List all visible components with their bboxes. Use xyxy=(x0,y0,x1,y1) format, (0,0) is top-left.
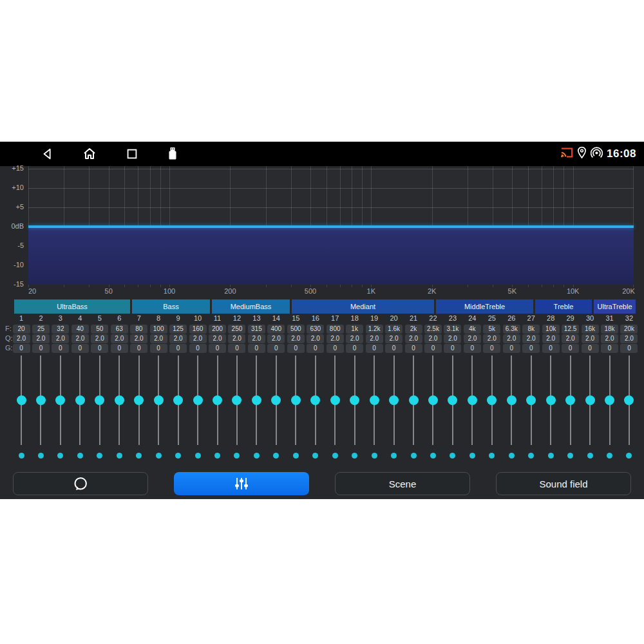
gain-slider-knob[interactable] xyxy=(17,395,26,405)
band-gain-chip[interactable]: 0 xyxy=(189,344,207,353)
band-freq-chip[interactable]: 100 xyxy=(150,325,167,334)
gain-slider-knob[interactable] xyxy=(232,395,242,405)
band-q-chip[interactable]: 2.0 xyxy=(444,334,461,343)
gain-slider-knob[interactable] xyxy=(409,395,419,405)
gain-slider-knob[interactable] xyxy=(291,395,301,405)
band-gain-chip[interactable]: 0 xyxy=(209,344,226,353)
gain-slider-knob[interactable] xyxy=(468,395,477,405)
band-freq-chip[interactable]: 5k xyxy=(483,325,500,334)
gain-slider-knob[interactable] xyxy=(55,395,65,405)
gain-slider-knob[interactable] xyxy=(370,395,379,405)
band-q-chip[interactable]: 2.0 xyxy=(189,334,207,343)
band-q-chip[interactable]: 2.0 xyxy=(542,334,560,343)
band-q-chip[interactable]: 2.0 xyxy=(307,334,324,343)
band-gain-chip[interactable]: 0 xyxy=(464,344,481,353)
gain-slider-knob[interactable] xyxy=(134,395,144,405)
band-gain-chip[interactable]: 0 xyxy=(503,344,520,353)
band-gain-chip[interactable]: 0 xyxy=(366,344,383,353)
band-q-chip[interactable]: 2.0 xyxy=(267,334,285,343)
band-freq-chip[interactable]: 630 xyxy=(307,325,324,334)
band-q-chip[interactable]: 2.0 xyxy=(503,334,520,343)
gain-slider-knob[interactable] xyxy=(585,395,595,405)
band-group-middletreble[interactable]: MiddleTreble xyxy=(436,299,533,314)
gain-slider-knob[interactable] xyxy=(95,395,104,405)
gain-slider-knob[interactable] xyxy=(507,395,516,405)
band-group-mediumbass[interactable]: MediumBass xyxy=(212,299,290,314)
home-icon[interactable] xyxy=(82,146,97,162)
band-q-chip[interactable]: 2.0 xyxy=(287,334,305,343)
band-gain-chip[interactable]: 0 xyxy=(111,344,128,353)
gain-slider-knob[interactable] xyxy=(526,395,536,405)
gain-slider-knob[interactable] xyxy=(213,395,222,405)
gain-slider-knob[interactable] xyxy=(173,395,183,405)
band-freq-chip[interactable]: 250 xyxy=(228,325,245,334)
band-gain-chip[interactable]: 0 xyxy=(248,344,265,353)
band-q-chip[interactable]: 2.0 xyxy=(385,334,402,343)
band-group-mediant[interactable]: Mediant xyxy=(292,299,434,314)
band-freq-chip[interactable]: 4k xyxy=(464,325,481,334)
band-q-chip[interactable]: 2.0 xyxy=(111,334,128,343)
band-q-chip[interactable]: 2.0 xyxy=(582,334,599,343)
band-q-chip[interactable]: 2.0 xyxy=(130,334,147,343)
band-freq-chip[interactable]: 400 xyxy=(267,325,285,334)
band-gain-chip[interactable]: 0 xyxy=(287,344,305,353)
band-freq-chip[interactable]: 1.6k xyxy=(385,325,402,334)
band-q-chip[interactable]: 2.0 xyxy=(150,334,167,343)
band-q-chip[interactable]: 2.0 xyxy=(601,334,618,343)
band-gain-chip[interactable]: 0 xyxy=(91,344,108,353)
gain-slider-knob[interactable] xyxy=(252,395,261,405)
band-freq-chip[interactable]: 315 xyxy=(248,325,265,334)
band-q-chip[interactable]: 2.0 xyxy=(248,334,265,343)
band-q-chip[interactable]: 2.0 xyxy=(366,334,383,343)
gain-slider-knob[interactable] xyxy=(605,395,614,405)
band-freq-chip[interactable]: 32 xyxy=(52,325,69,334)
band-gain-chip[interactable]: 0 xyxy=(307,344,324,353)
band-q-chip[interactable]: 2.0 xyxy=(169,334,187,343)
reset-button[interactable] xyxy=(13,472,148,495)
band-gain-chip[interactable]: 0 xyxy=(542,344,560,353)
gain-slider-knob[interactable] xyxy=(487,395,497,405)
back-icon[interactable] xyxy=(40,146,55,162)
band-q-chip[interactable]: 2.0 xyxy=(620,334,638,343)
band-freq-chip[interactable]: 6.3k xyxy=(503,325,520,334)
gain-slider-knob[interactable] xyxy=(115,395,124,405)
gain-slider-knob[interactable] xyxy=(310,395,320,405)
band-gain-chip[interactable]: 0 xyxy=(169,344,187,353)
band-gain-chip[interactable]: 0 xyxy=(582,344,599,353)
band-q-chip[interactable]: 2.0 xyxy=(228,334,245,343)
gain-slider-knob[interactable] xyxy=(350,395,359,405)
band-gain-chip[interactable]: 0 xyxy=(522,344,540,353)
band-freq-chip[interactable]: 125 xyxy=(169,325,187,334)
band-gain-chip[interactable]: 0 xyxy=(71,344,89,353)
band-freq-chip[interactable]: 25 xyxy=(32,325,50,334)
band-group-ultrabass[interactable]: UltraBass xyxy=(14,299,130,314)
band-group-bass[interactable]: Bass xyxy=(132,299,210,314)
band-q-chip[interactable]: 2.0 xyxy=(71,334,89,343)
band-gain-chip[interactable]: 0 xyxy=(32,344,50,353)
band-gain-chip[interactable]: 0 xyxy=(130,344,147,353)
band-freq-chip[interactable]: 20k xyxy=(620,325,638,334)
band-freq-chip[interactable]: 12.5 xyxy=(562,325,579,334)
band-gain-chip[interactable]: 0 xyxy=(228,344,245,353)
band-freq-chip[interactable]: 20 xyxy=(13,325,30,334)
recents-icon[interactable] xyxy=(124,146,140,162)
band-q-chip[interactable]: 2.0 xyxy=(562,334,579,343)
equalizer-button[interactable] xyxy=(174,472,309,495)
gain-slider-knob[interactable] xyxy=(624,395,634,405)
band-q-chip[interactable]: 2.0 xyxy=(13,334,30,343)
gain-slider-knob[interactable] xyxy=(389,395,399,405)
gain-slider-knob[interactable] xyxy=(75,395,85,405)
band-gain-chip[interactable]: 0 xyxy=(13,344,30,353)
gain-slider-knob[interactable] xyxy=(428,395,438,405)
band-gain-chip[interactable]: 0 xyxy=(620,344,638,353)
band-q-chip[interactable]: 2.0 xyxy=(209,334,226,343)
band-gain-chip[interactable]: 0 xyxy=(405,344,422,353)
band-gain-chip[interactable]: 0 xyxy=(385,344,402,353)
band-gain-chip[interactable]: 0 xyxy=(150,344,167,353)
gain-slider-knob[interactable] xyxy=(565,395,575,405)
band-gain-chip[interactable]: 0 xyxy=(346,344,363,353)
band-gain-chip[interactable]: 0 xyxy=(444,344,461,353)
band-freq-chip[interactable]: 16k xyxy=(582,325,599,334)
band-gain-chip[interactable]: 0 xyxy=(424,344,442,353)
band-gain-chip[interactable]: 0 xyxy=(52,344,69,353)
